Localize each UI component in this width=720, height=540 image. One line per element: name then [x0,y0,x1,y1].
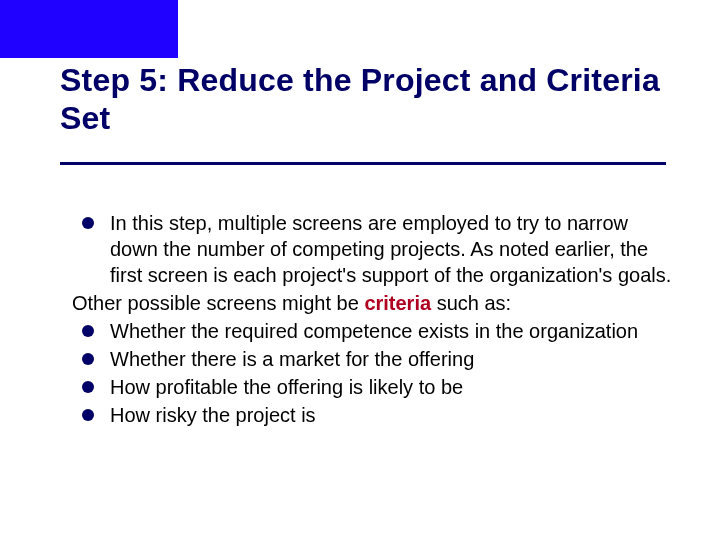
bullet-icon [82,381,94,393]
bullet-icon [82,353,94,365]
bullet-text: Whether there is a market for the offeri… [110,346,672,372]
list-item: In this step, multiple screens are emplo… [72,210,672,288]
transition-line: Other possible screens might be criteria… [72,290,672,316]
bullet-icon [82,217,94,229]
list-item: Whether the required competence exists i… [72,318,672,344]
bullet-text: Whether the required competence exists i… [110,318,672,344]
header-accent-block [0,0,178,58]
title-area: Step 5: Reduce the Project and Criteria … [60,62,670,138]
bullet-text: How risky the project is [110,402,672,428]
slide-body: In this step, multiple screens are emplo… [72,210,672,430]
bullet-icon [82,409,94,421]
body-paragraph: In this step, multiple screens are emplo… [110,210,672,288]
transition-post: such as: [431,292,511,314]
bullet-text: How profitable the offering is likely to… [110,374,672,400]
transition-pre: Other possible screens might be [72,292,364,314]
criteria-keyword: criteria [364,292,431,314]
list-item: How risky the project is [72,402,672,428]
list-item: Whether there is a market for the offeri… [72,346,672,372]
slide-title: Step 5: Reduce the Project and Criteria … [60,62,670,138]
slide: Step 5: Reduce the Project and Criteria … [0,0,720,540]
title-underline [60,162,666,165]
list-item: How profitable the offering is likely to… [72,374,672,400]
bullet-icon [82,325,94,337]
